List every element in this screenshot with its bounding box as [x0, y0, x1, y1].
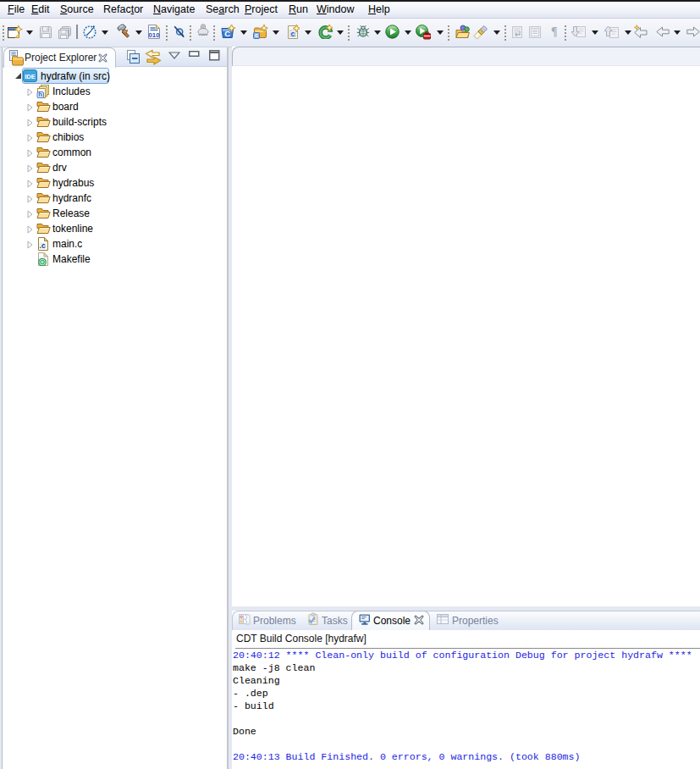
svg-text:c: c [290, 30, 295, 38]
svg-text:010: 010 [148, 31, 160, 39]
svg-text:c: c [255, 31, 258, 39]
svg-text:C: C [224, 29, 230, 38]
svg-text:.c: .c [40, 241, 46, 250]
svg-text:h: h [38, 91, 42, 98]
svg-text:IDE: IDE [25, 73, 36, 80]
